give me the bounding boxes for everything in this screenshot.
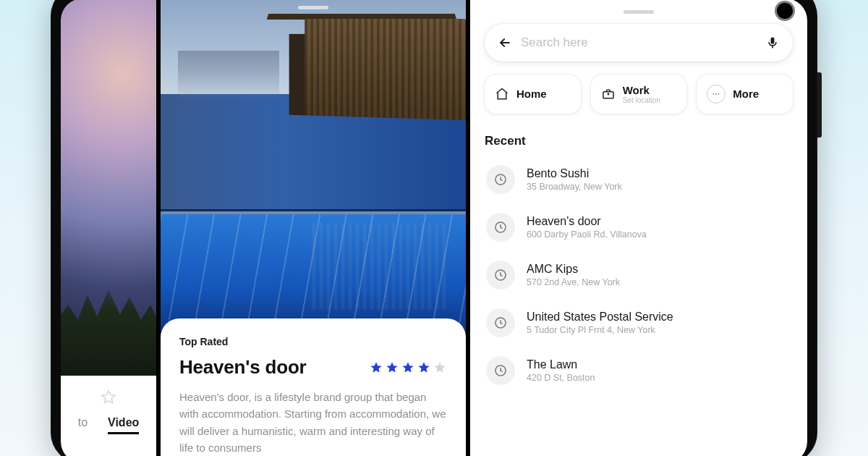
- star-icon: [433, 360, 447, 375]
- landscape-photo[interactable]: [61, 0, 156, 376]
- screen: to Video Top Rated Heaven's door: [61, 0, 807, 456]
- recent-address: 420 D St, Boston: [527, 373, 595, 383]
- drag-handle[interactable]: [298, 6, 328, 9]
- hero-deco: [178, 51, 279, 101]
- search-input[interactable]: [521, 35, 757, 50]
- star-icon: [369, 360, 383, 375]
- drag-handle[interactable]: [624, 10, 654, 14]
- svg-point-4: [715, 93, 717, 95]
- gallery-bottom-bar: to Video: [61, 376, 156, 456]
- recent-address: 600 Darby Paoli Rd, Villanova: [527, 229, 647, 240]
- clock-icon: [486, 356, 515, 385]
- recent-item[interactable]: United States Postal Service5 Tudor City…: [485, 299, 793, 347]
- recent-name: The Lawn: [527, 358, 595, 371]
- place-hero-image[interactable]: [161, 0, 466, 339]
- place-title: Heaven's door: [179, 356, 307, 379]
- recent-item[interactable]: The Lawn420 D St, Boston: [485, 347, 793, 394]
- back-arrow-icon[interactable]: [498, 35, 512, 50]
- recent-name: AMC Kips: [527, 263, 620, 276]
- svg-point-3: [713, 93, 715, 95]
- pane-search: Home WorkSet locationMore Recent Bento S…: [470, 0, 807, 456]
- chip-label: Work: [623, 84, 660, 96]
- pane-place-detail: Top Rated Heaven's door Heaven's door, i…: [161, 0, 466, 456]
- recent-address: 5 Tudor City Pl Frnt 4, New York: [527, 325, 673, 335]
- chip-work[interactable]: WorkSet location: [591, 75, 687, 114]
- clock-icon: [486, 213, 515, 242]
- svg-point-2: [608, 93, 608, 94]
- front-camera: [777, 3, 793, 19]
- clock-icon: [486, 261, 515, 290]
- power-button: [817, 72, 822, 138]
- clock-icon: [486, 308, 515, 337]
- detail-card: Top Rated Heaven's door Heaven's door, i…: [161, 318, 466, 456]
- favorite-icon[interactable]: [100, 389, 117, 406]
- top-rated-badge: Top Rated: [179, 336, 447, 347]
- media-tabs: to Video: [78, 416, 140, 434]
- chip-more[interactable]: More: [697, 75, 793, 114]
- recent-item[interactable]: Heaven's door600 Darby Paoli Rd, Villano…: [485, 203, 793, 251]
- hero-deco: [305, 19, 466, 120]
- hero-deco: [312, 223, 450, 310]
- more-icon: [707, 85, 726, 104]
- tab-video[interactable]: Video: [108, 416, 139, 434]
- svg-rect-0: [772, 46, 773, 48]
- search-bar[interactable]: [485, 24, 793, 62]
- chip-sub: Set location: [623, 96, 660, 105]
- recent-heading: Recent: [485, 134, 793, 148]
- clock-icon: [486, 165, 515, 194]
- recent-name: United States Postal Service: [527, 311, 673, 324]
- star-icon: [417, 360, 431, 375]
- treeline-deco: [61, 274, 156, 376]
- pane-gallery: to Video: [61, 0, 156, 456]
- mic-icon[interactable]: [765, 35, 780, 50]
- recent-item[interactable]: Bento Sushi35 Broadway, New York: [485, 156, 793, 203]
- recent-list: Bento Sushi35 Broadway, New YorkHeaven's…: [485, 156, 793, 394]
- star-icon: [401, 360, 415, 375]
- recent-name: Bento Sushi: [527, 167, 622, 180]
- chip-label: More: [733, 88, 759, 100]
- chip-home[interactable]: Home: [485, 75, 581, 114]
- chip-label: Home: [516, 88, 547, 100]
- tablet-frame: to Video Top Rated Heaven's door: [51, 0, 817, 456]
- place-description: Heaven's door, is a lifestyle brand grou…: [179, 389, 447, 456]
- tab-photo-partial[interactable]: to: [78, 416, 88, 429]
- shortcut-chips: Home WorkSet locationMore: [485, 75, 793, 114]
- recent-address: 570 2nd Ave, New York: [527, 277, 620, 287]
- recent-item[interactable]: AMC Kips570 2nd Ave, New York: [485, 251, 793, 299]
- home-icon: [495, 87, 509, 101]
- star-icon: [385, 360, 399, 375]
- work-icon: [601, 87, 616, 101]
- recent-name: Heaven's door: [527, 215, 647, 228]
- rating-stars: [369, 360, 447, 375]
- recent-address: 35 Broadway, New York: [527, 182, 622, 192]
- svg-point-5: [718, 93, 720, 95]
